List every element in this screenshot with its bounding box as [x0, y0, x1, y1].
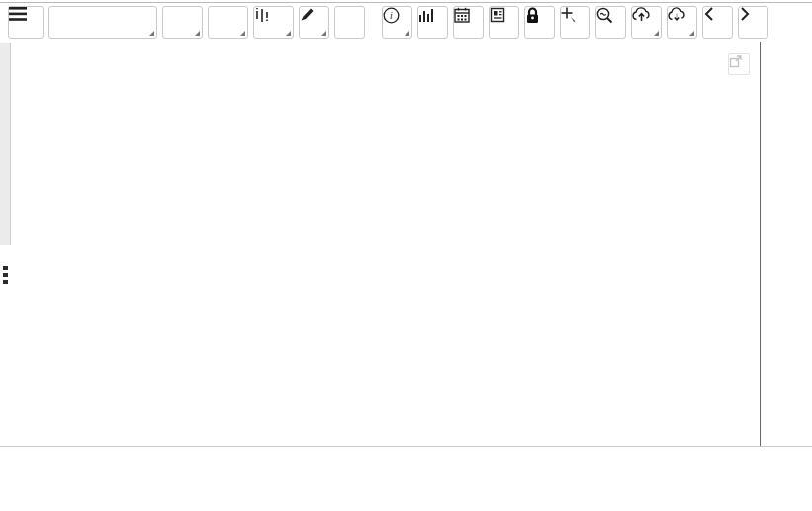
expand-icon: [729, 54, 743, 68]
function-button[interactable]: [334, 6, 365, 39]
scroll-right-button[interactable]: [738, 6, 768, 39]
menu-button[interactable]: [8, 6, 44, 39]
crosshair-button[interactable]: [560, 6, 590, 39]
draw-button[interactable]: [299, 6, 329, 39]
chart-canvas: [0, 0, 812, 511]
time-axis[interactable]: [0, 446, 812, 468]
lock-button[interactable]: [524, 6, 555, 39]
price-side-select[interactable]: [208, 6, 248, 39]
load-from-cloud-button[interactable]: [667, 6, 697, 39]
price-axis[interactable]: [760, 42, 812, 446]
info-button[interactable]: i: [382, 6, 412, 39]
volume-button[interactable]: [417, 6, 448, 39]
rail-drag-handle-icon[interactable]: [3, 266, 8, 287]
chart-type-button[interactable]: [253, 6, 294, 39]
save-to-cloud-button[interactable]: [631, 6, 662, 39]
trendline-overlay: [0, 0, 812, 511]
window-top-border: [0, 2, 812, 3]
left-rail[interactable]: [0, 43, 11, 245]
main-toolbar: i: [0, 0, 812, 42]
settings-button[interactable]: [782, 6, 808, 39]
expand-chart-button[interactable]: [728, 53, 750, 75]
calendar-button[interactable]: [453, 6, 484, 39]
auto-zoom-button[interactable]: [595, 6, 626, 39]
trading-app-window: i: [0, 0, 812, 511]
news-button[interactable]: [489, 6, 519, 39]
scroll-left-button[interactable]: [702, 6, 733, 39]
svg-text:i: i: [390, 10, 393, 21]
symbol-select[interactable]: [48, 6, 157, 39]
period-select[interactable]: [162, 6, 203, 39]
